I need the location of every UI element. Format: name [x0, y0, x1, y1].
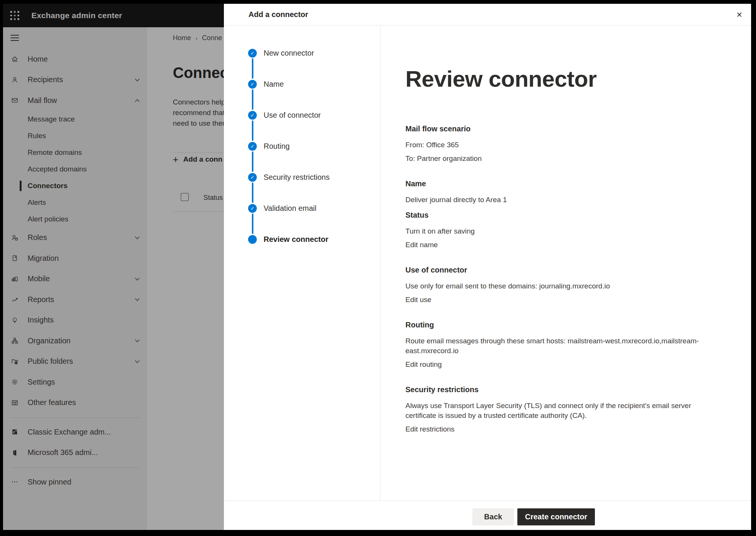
step-label: Use of connector — [264, 111, 321, 120]
edit-name-link[interactable]: Edit name — [405, 240, 438, 250]
section-subtitle: Status — [405, 211, 736, 220]
step-label: New connector — [264, 49, 314, 58]
step-security-restrictions[interactable]: ✓ Security restrictions — [224, 173, 380, 182]
edit-restrictions-link[interactable]: Edit restrictions — [405, 424, 455, 434]
step-current-dot — [248, 235, 257, 244]
review-section-routing: RoutingRoute email messages through thes… — [405, 321, 736, 369]
app-window: Exchange admin center Home Recipients Ma… — [3, 4, 751, 530]
section-text: To: Partner organization — [405, 154, 703, 164]
review-sections: Mail flow scenarioFrom: Office 365To: Pa… — [405, 125, 736, 434]
step-connector-line — [252, 120, 253, 141]
step-label: Review connector — [264, 235, 328, 244]
step-use-of-connector[interactable]: ✓ Use of connector — [224, 111, 380, 120]
back-button[interactable]: Back — [472, 508, 514, 525]
step-check-icon: ✓ — [248, 80, 257, 89]
review-section-security-restrictions: Security restrictionsAlways use Transpor… — [405, 385, 736, 434]
step-connector-line — [252, 89, 253, 110]
add-connector-panel: Add a connector ✕ ✓ New connector ✓ Name… — [224, 4, 751, 530]
panel-footer: Back Create connector — [224, 500, 751, 530]
panel-body: ✓ New connector ✓ Name ✓ Use of connecto… — [224, 26, 751, 500]
step-review-connector[interactable]: Review connector — [224, 235, 380, 244]
section-text: Use only for email sent to these domains… — [405, 281, 703, 291]
step-check-icon: ✓ — [248, 49, 257, 58]
section-text: Turn it on after saving — [405, 226, 703, 236]
step-name[interactable]: ✓ Name — [224, 80, 380, 89]
section-title: Security restrictions — [405, 385, 736, 394]
create-connector-button[interactable]: Create connector — [517, 508, 595, 525]
screenshot-root: Exchange admin center Home Recipients Ma… — [0, 0, 756, 536]
section-text: Deliver journal directly to Area 1 — [405, 195, 703, 205]
section-text: Always use Transport Layer Security (TLS… — [405, 401, 703, 421]
review-section-mail-flow-scenario: Mail flow scenarioFrom: Office 365To: Pa… — [405, 125, 736, 164]
step-connector-line — [252, 213, 253, 234]
review-content: Review connector Mail flow scenarioFrom:… — [380, 26, 751, 500]
step-connector-line — [252, 182, 253, 203]
section-title: Use of connector — [405, 266, 736, 274]
close-icon[interactable]: ✕ — [734, 9, 745, 20]
panel-title: Add a connector — [248, 4, 308, 25]
section-text: From: Office 365 — [405, 140, 703, 150]
step-label: Routing — [264, 142, 290, 151]
step-label: Name — [264, 80, 284, 89]
step-check-icon: ✓ — [248, 111, 257, 120]
review-section-use-of-connector: Use of connectorUse only for email sent … — [405, 266, 736, 305]
step-check-icon: ✓ — [248, 173, 257, 182]
step-connector-line — [252, 58, 253, 79]
section-title: Name — [405, 179, 736, 188]
step-validation-email[interactable]: ✓ Validation email — [224, 204, 380, 213]
review-heading: Review connector — [405, 66, 736, 92]
wizard-steps: ✓ New connector ✓ Name ✓ Use of connecto… — [224, 26, 380, 500]
edit-use-link[interactable]: Edit use — [405, 295, 432, 305]
step-connector-line — [252, 151, 253, 172]
panel-header: Add a connector ✕ — [224, 4, 751, 25]
step-new-connector[interactable]: ✓ New connector — [224, 49, 380, 58]
step-check-icon: ✓ — [248, 204, 257, 213]
section-title: Mail flow scenario — [405, 125, 736, 133]
step-routing[interactable]: ✓ Routing — [224, 142, 380, 151]
review-section-name: NameDeliver journal directly to Area 1St… — [405, 179, 736, 250]
section-title: Routing — [405, 321, 736, 329]
step-label: Validation email — [264, 204, 317, 213]
step-label: Security restrictions — [264, 173, 330, 182]
edit-routing-link[interactable]: Edit routing — [405, 360, 442, 369]
section-text: Route email messages through these smart… — [405, 336, 703, 356]
step-check-icon: ✓ — [248, 142, 257, 151]
